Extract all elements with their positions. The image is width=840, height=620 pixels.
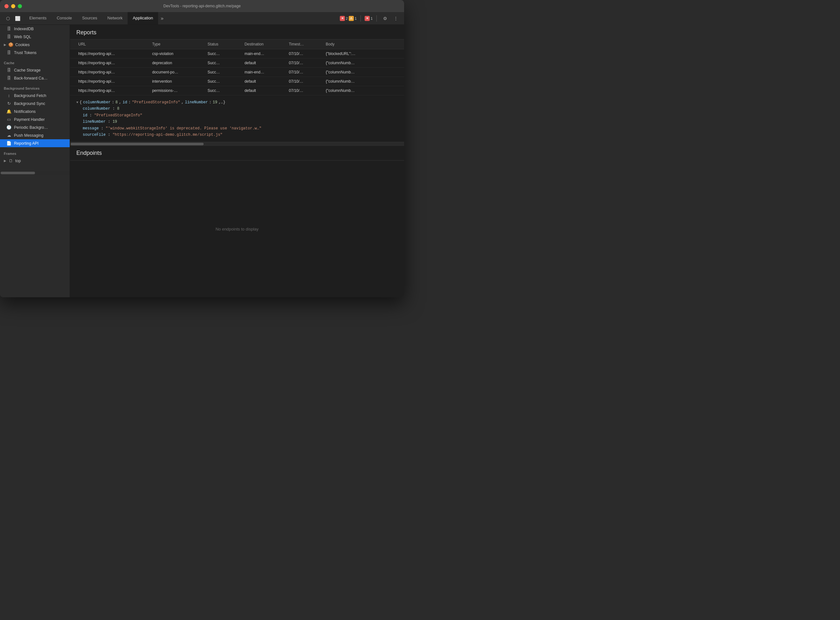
- th-type: Type: [150, 39, 205, 49]
- main-layout: 🗄 IndexedDB 🗄 Web SQL ▶ 🍪 Cookies 🗄 Trus…: [0, 25, 404, 297]
- sidebar-item-backforward[interactable]: 🗄 Back-forward Ca…: [0, 74, 70, 82]
- reports-table: URL Type Status Destination Timest… Body…: [70, 39, 404, 95]
- td-dest-0: main-end…: [243, 49, 287, 58]
- td-status-1: Succ…: [205, 59, 243, 68]
- more-tabs-button[interactable]: »: [158, 16, 166, 21]
- tab-console[interactable]: Console: [51, 12, 77, 24]
- table-header: URL Type Status Destination Timest… Body: [70, 39, 404, 49]
- notifications-icon: 🔔: [6, 109, 12, 114]
- table-row[interactable]: https://reporting-api… deprecation Succ……: [70, 59, 404, 68]
- error-badge[interactable]: ✕ 2 ⚠ 1: [340, 16, 357, 21]
- frames-chevron-icon: ▶: [4, 159, 6, 163]
- td-dest-3: default: [243, 77, 287, 86]
- td-dest-2: main-end…: [243, 68, 287, 77]
- sidebar-item-paymenthandler[interactable]: ▭ Payment Handler: [0, 116, 70, 123]
- bgservices-section-label: Background Services: [0, 82, 70, 92]
- window-controls: [5, 4, 22, 8]
- sidebar: 🗄 IndexedDB 🗄 Web SQL ▶ 🍪 Cookies 🗄 Trus…: [0, 25, 70, 297]
- sidebar-item-bgfetch[interactable]: ↕ Background Fetch: [0, 92, 70, 99]
- td-status-2: Succ…: [205, 68, 243, 77]
- td-body-3: {"columnNumb…: [324, 77, 398, 86]
- paymenthandler-icon: ▭: [6, 117, 12, 122]
- sidebar-item-frames-top[interactable]: ▶ 🗋 top: [0, 157, 70, 165]
- json-fields: columnNumber : 8 id : "PrefixedStorageIn…: [76, 105, 398, 138]
- table-row[interactable]: https://reporting-api… document-po… Succ…: [70, 68, 404, 77]
- td-dest-4: default: [243, 86, 287, 95]
- cursor-icon[interactable]: ⬡: [4, 14, 12, 23]
- frames-top-icon: 🗋: [8, 158, 14, 163]
- th-destination: Destination: [243, 39, 287, 49]
- td-ts-4: 07/10/…: [287, 86, 324, 95]
- td-body-2: {"columnNumb…: [324, 68, 398, 77]
- reportingapi-icon: 📄: [6, 141, 12, 146]
- cache-section-label: Cache: [0, 57, 70, 66]
- json-preview: ▼ { columnNumber : 8 , id : "PrefixedSto…: [70, 95, 404, 142]
- td-status-4: Succ…: [205, 86, 243, 95]
- more-options-button[interactable]: ⋮: [391, 14, 400, 23]
- tab-application[interactable]: Application: [128, 12, 158, 24]
- sidebar-item-cookies[interactable]: ▶ 🍪 Cookies: [0, 41, 70, 49]
- settings-button[interactable]: ⚙: [380, 14, 389, 23]
- td-url-1: https://reporting-api…: [76, 59, 150, 68]
- table-row[interactable]: https://reporting-api… intervention Succ…: [70, 77, 404, 86]
- close-button[interactable]: [5, 4, 9, 8]
- tab-network[interactable]: Network: [103, 12, 128, 24]
- title-bar: DevTools - reporting-api-demo.glitch.me/…: [0, 0, 404, 12]
- minimize-button[interactable]: [11, 4, 15, 8]
- table-row[interactable]: https://reporting-api… csp-violation Suc…: [70, 49, 404, 59]
- endpoints-header: Endpoints: [70, 146, 404, 161]
- td-type-3: intervention: [150, 77, 205, 86]
- cachestorage-icon: 🗄: [6, 68, 12, 72]
- td-type-4: permissions-…: [150, 86, 205, 95]
- sidebar-item-reportingapi[interactable]: 📄 Reporting API: [0, 139, 70, 147]
- sidebar-item-pushmessaging[interactable]: ☁ Push Messaging: [0, 131, 70, 139]
- tab-bar: ⬡ ⬜ Elements Console Sources Network App…: [0, 12, 404, 25]
- sidebar-item-websql[interactable]: 🗄 Web SQL: [0, 33, 70, 41]
- scrollbar-thumb: [71, 143, 204, 145]
- json-field-message: message : "'window.webkitStorageInfo' is…: [83, 125, 398, 132]
- tab-sources[interactable]: Sources: [77, 12, 103, 24]
- device-icon[interactable]: ⬜: [14, 14, 22, 23]
- tab-bar-right: ✕ 2 ⚠ 1 ✕ 1 ⚙ ⋮: [340, 14, 403, 23]
- td-body-0: {"blockedURL":…: [324, 49, 398, 58]
- horizontal-scrollbar[interactable]: [70, 142, 404, 146]
- periodicbg-icon: 🕐: [6, 125, 12, 130]
- sidebar-item-notifications[interactable]: 🔔 Notifications: [0, 107, 70, 116]
- tab-elements[interactable]: Elements: [24, 12, 51, 24]
- window-title: DevTools - reporting-api-demo.glitch.me/…: [164, 4, 241, 8]
- td-type-0: csp-violation: [150, 49, 205, 58]
- tab-bar-icons: ⬡ ⬜: [1, 14, 24, 23]
- th-body: Body: [324, 39, 398, 49]
- sidebar-item-periodicbg[interactable]: 🕐 Periodic Backgro…: [0, 123, 70, 131]
- endpoints-section: Endpoints No endpoints to display: [70, 146, 404, 297]
- sidebar-item-cachestorage[interactable]: 🗄 Cache Storage: [0, 66, 70, 74]
- warn-icon: ⚠: [349, 16, 354, 21]
- frames-section-label: Frames: [0, 147, 70, 157]
- bgsync-icon: ↻: [6, 101, 12, 106]
- td-status-3: Succ…: [205, 77, 243, 86]
- td-dest-1: default: [243, 59, 287, 68]
- websql-icon: 🗄: [6, 34, 12, 39]
- badge-separator: [360, 15, 361, 22]
- backforward-icon: 🗄: [6, 76, 12, 80]
- maximize-button[interactable]: [18, 4, 22, 8]
- badge-separator-2: [376, 15, 377, 22]
- sidebar-item-trusttokens[interactable]: 🗄 Trust Tokens: [0, 49, 70, 57]
- td-ts-0: 07/10/…: [287, 49, 324, 58]
- td-url-2: https://reporting-api…: [76, 68, 150, 77]
- json-field-id: id : "PrefixedStorageInfo": [83, 112, 398, 119]
- reports-section-header: Reports: [70, 25, 404, 39]
- json-summary-row[interactable]: ▼ { columnNumber : 8 , id : "PrefixedSto…: [76, 99, 398, 105]
- json-field-sourcefile: sourceFile : "https://reporting-api-demo…: [83, 132, 398, 138]
- td-body-4: {"columnNumb…: [324, 86, 398, 95]
- th-status: Status: [205, 39, 243, 49]
- json-field-linenumber: lineNumber : 19: [83, 119, 398, 125]
- bgfetch-icon: ↕: [6, 93, 12, 98]
- sidebar-item-indexeddb[interactable]: 🗄 IndexedDB: [0, 25, 70, 33]
- td-ts-2: 07/10/…: [287, 68, 324, 77]
- sidebar-item-bgsync[interactable]: ↻ Background Sync: [0, 99, 70, 107]
- td-ts-1: 07/10/…: [287, 59, 324, 68]
- table-row[interactable]: https://reporting-api… permissions-… Suc…: [70, 86, 404, 95]
- sidebar-scrollbar[interactable]: [0, 171, 70, 175]
- error-badge-2[interactable]: ✕ 1: [365, 16, 372, 21]
